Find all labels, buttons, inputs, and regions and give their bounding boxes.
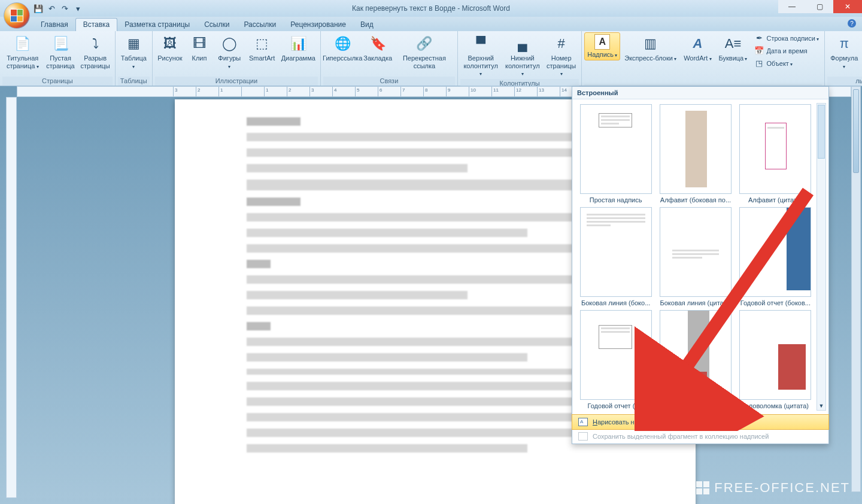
undo-icon[interactable]: ↶	[47, 4, 56, 13]
group-label: Связи	[323, 77, 455, 86]
group-pages: 📄Титульная страница 📃Пустая страница ⤵Ра…	[0, 31, 116, 86]
equation-icon: π	[834, 34, 854, 53]
footer-icon: ▄	[513, 34, 532, 53]
textbox-icon: A	[594, 34, 610, 50]
page-number-icon: #	[552, 34, 571, 53]
gallery-item-label: Головоломка (цитата)	[739, 402, 811, 409]
title-bar: 💾 ↶ ↷ ▾ Как перевернуть текст в Ворде - …	[0, 0, 862, 17]
group-label: Таблицы	[118, 77, 150, 86]
vertical-scrollbar[interactable]	[851, 86, 861, 492]
blank-page-icon: 📃	[51, 34, 70, 53]
group-header-footer: ▀Верхний колонтитул ▄Нижний колонтитул #…	[458, 31, 582, 86]
shapes-button[interactable]: ◯Фигуры	[214, 32, 245, 71]
close-button[interactable]: ✕	[833, 0, 862, 13]
group-text: AНадпись ▥Экспресс-блоки AWordArt A≡Букв…	[582, 31, 825, 86]
tab-mailings[interactable]: Рассылки	[236, 19, 283, 31]
header-icon: ▀	[471, 34, 490, 53]
tab-view[interactable]: Вид	[353, 19, 381, 31]
quickparts-icon: ▥	[641, 34, 660, 53]
save-icon[interactable]: 💾	[34, 4, 43, 13]
gallery-item-puzzle-quote[interactable]: Головоломка (цитата)	[738, 310, 813, 409]
gallery-item-simple[interactable]: Простая надпись	[578, 104, 653, 204]
scrollbar-thumb[interactable]	[853, 89, 859, 173]
vertical-ruler[interactable]	[6, 97, 17, 498]
date-time-button[interactable]: 📅Дата и время	[751, 45, 822, 57]
tab-references[interactable]: Ссылки	[197, 19, 236, 31]
gallery-scrollbar[interactable]: ▲ ▼	[817, 103, 826, 411]
picture-icon: 🖼	[160, 34, 180, 53]
table-icon: ▦	[124, 34, 143, 53]
group-label: Страницы	[2, 77, 113, 86]
gallery-item-label: Годовой отчет (ц...	[580, 402, 652, 409]
blank-page-button[interactable]: 📃Пустая страница	[44, 32, 77, 71]
chart-button[interactable]: 📊Диаграмма	[279, 32, 318, 64]
save-selection-icon	[578, 432, 588, 441]
page-break-button[interactable]: ⤵Разрыв страницы	[78, 32, 113, 71]
gallery-item-label: Боковая линия (цитат...	[660, 299, 732, 306]
object-button[interactable]: ◳Объект	[751, 57, 822, 69]
tab-page-layout[interactable]: Разметка страницы	[117, 19, 197, 31]
group-symbols: πФормула ΩСимвол лы	[825, 31, 862, 86]
group-label: лы	[827, 77, 862, 86]
redo-icon[interactable]: ↷	[60, 4, 69, 13]
qat-more-icon[interactable]: ▾	[73, 4, 83, 13]
gallery-item-label: Головоломка (бокова...	[660, 402, 732, 409]
watermark-logo-icon	[696, 481, 709, 494]
shapes-icon: ◯	[220, 34, 239, 53]
textbox-gallery: Встроенный Простая надпись Алфавит (боко…	[572, 86, 829, 444]
tab-review[interactable]: Рецензирование	[283, 19, 353, 31]
cover-page-icon: 📄	[13, 34, 32, 53]
group-label: Иллюстрации	[155, 77, 318, 86]
object-icon: ◳	[754, 59, 764, 68]
gallery-item-alphabet-side[interactable]: Алфавит (боковая по...	[658, 104, 733, 204]
textbox-button[interactable]: AНадпись	[584, 32, 620, 60]
hyperlink-button[interactable]: 🌐Гиперссылка	[323, 32, 362, 64]
dropcap-button[interactable]: A≡Буквица	[716, 32, 751, 64]
equation-button[interactable]: πФормула	[827, 32, 861, 71]
quickparts-button[interactable]: ▥Экспресс-блоки	[621, 32, 679, 64]
tab-insert[interactable]: Вставка	[75, 18, 118, 31]
gallery-item-alphabet-quote[interactable]: Алфавит (цитата)	[738, 104, 813, 204]
maximize-button[interactable]: ▢	[806, 0, 833, 13]
group-tables: ▦Таблица Таблицы	[116, 31, 153, 86]
gallery-item-sideline-side[interactable]: Боковая линия (боко...	[578, 207, 653, 306]
clip-button[interactable]: 🎞Клип	[186, 32, 213, 64]
gallery-item-label: Алфавит (боковая по...	[660, 196, 732, 204]
dropcap-icon: A≡	[723, 34, 742, 53]
gallery-item-annual-quote[interactable]: Годовой отчет (ц...	[578, 310, 653, 409]
quick-access-toolbar: 💾 ↶ ↷ ▾	[34, 4, 83, 13]
smartart-icon: ⬚	[253, 34, 272, 53]
bookmark-button[interactable]: 🔖Закладка	[363, 32, 392, 64]
scroll-down-icon[interactable]: ▼	[817, 402, 825, 410]
gallery-item-label: Простая надпись	[580, 196, 652, 204]
gallery-item-annual-side[interactable]: Годовой отчет (боков...	[738, 207, 813, 306]
footer-button[interactable]: ▄Нижний колонтитул	[502, 32, 542, 79]
office-button[interactable]	[4, 2, 30, 29]
group-label	[584, 84, 822, 86]
gallery-header: Встроенный	[572, 87, 828, 99]
signature-line-button[interactable]: ✒Строка подписи	[751, 32, 822, 44]
tab-home[interactable]: Главная	[34, 19, 75, 31]
gallery-item-sideline-quote[interactable]: Боковая линия (цитат...	[658, 207, 733, 306]
cover-page-button[interactable]: 📄Титульная страница	[2, 32, 43, 71]
ribbon-tabs: Главная Вставка Разметка страницы Ссылки…	[0, 17, 862, 31]
minimize-button[interactable]: —	[778, 0, 806, 13]
crossref-button[interactable]: 🔗Перекрестная ссылка	[394, 32, 455, 71]
smartart-button[interactable]: ⬚SmartArt	[247, 32, 278, 64]
draw-textbox-menuitem[interactable]: A ННарисовать надписьарисовать надпись	[572, 414, 829, 430]
picture-button[interactable]: 🖼Рисунок	[155, 32, 185, 64]
gallery-item-puzzle-side[interactable]: Головоломка (бокова...	[658, 310, 733, 409]
datetime-icon: 📅	[754, 46, 764, 56]
help-icon[interactable]: ?	[848, 19, 856, 28]
save-selection-menuitem: Сохранить выделенный фрагмент в коллекци…	[572, 429, 828, 444]
table-button[interactable]: ▦Таблица	[118, 32, 150, 71]
hyperlink-icon: 🌐	[333, 34, 352, 53]
page-number-button[interactable]: #Номер страницы	[544, 32, 579, 79]
menu-label: Сохранить выделенный фрагмент в коллекци…	[593, 433, 769, 440]
header-button[interactable]: ▀Верхний колонтитул	[460, 32, 502, 79]
group-links: 🌐Гиперссылка 🔖Закладка 🔗Перекрестная ссы…	[321, 31, 458, 86]
gallery-scroll-thumb[interactable]	[818, 105, 825, 159]
page-break-icon: ⤵	[86, 34, 105, 53]
wordart-button[interactable]: AWordArt	[681, 32, 714, 64]
gallery-item-label: Годовой отчет (боков...	[739, 299, 811, 306]
